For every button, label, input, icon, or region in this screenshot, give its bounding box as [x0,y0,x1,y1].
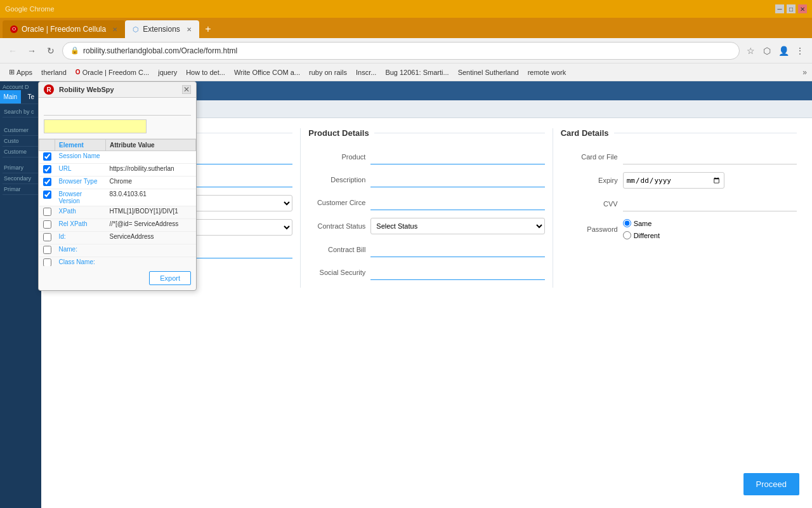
webspy-row-checkbox[interactable] [43,178,51,186]
product-details-title: Product Details [308,128,544,140]
cvv-row: CVV [561,196,797,211]
bookmark-sentinel[interactable]: Sentinel Sutherland [454,67,523,77]
webspy-row-checkbox[interactable] [43,190,51,199]
webspy-col-value: Attribute Value [106,140,196,151]
new-tab-button[interactable]: + [199,20,217,38]
sidebar-customer-section: Customer [3,125,39,136]
webspy-row-element: URL [55,164,106,177]
webspy-highlight-input[interactable] [44,119,147,133]
bookmark-therland[interactable]: therland [37,67,70,77]
bookmark-therland-label: therland [41,69,67,76]
card-details-section: Card Details Card or File Expiry CVV [553,128,804,288]
contract-status-select[interactable]: Select Status [370,218,544,234]
account-icon[interactable]: 👤 [776,44,790,58]
sidebar-custo[interactable]: Custo [3,136,39,147]
card-or-file-input[interactable] [623,149,797,164]
webspy-overlay: R Robility WebSpy ✕ Element Attribute Va… [38,81,197,291]
left-sidebar: Account D Main Te Search by c Customer C… [0,81,41,508]
bookmark-ruby[interactable]: ruby on rails [305,67,351,77]
bookmark-jquery[interactable]: jquery [154,67,181,77]
webspy-table-row: URLhttps://robility.sutherlan [39,164,196,177]
bookmark-sentinel-label: Sentinel Sutherland [458,69,519,76]
webspy-row-checkbox[interactable] [43,152,51,161]
export-button[interactable]: Export [149,271,191,285]
bookmark-bug[interactable]: Bug 12061: Smarti... [381,67,452,77]
star-icon[interactable]: ☆ [743,44,757,58]
description-input[interactable] [370,172,544,187]
close-button[interactable]: ✕ [798,4,807,13]
bookmark-write-office[interactable]: Write Office COM a... [230,67,304,77]
bookmark-write-office-label: Write Office COM a... [234,69,300,76]
tab-oracle-close[interactable]: ✕ [112,26,117,33]
webspy-row-value: HTML[1]/BODY[1]/DIV[1 [106,206,196,219]
sidebar-secondary[interactable]: Secondary [3,173,39,184]
page-content: Account D Main Te Search by c Customer C… [0,81,812,508]
bookmark-howto[interactable]: How to det... [182,67,229,77]
expiry-input[interactable] [623,172,724,189]
cvv-label: CVV [561,200,618,208]
description-row: Description [308,172,544,187]
webspy-row-element: Session Name [55,151,106,164]
webspy-row-checkbox[interactable] [43,233,51,241]
maximize-button[interactable]: □ [787,4,796,13]
webspy-table: Element Attribute Value Session NameURLh… [39,139,196,266]
password-different-option[interactable]: Different [623,231,660,239]
sidebar-custome[interactable]: Custome [3,147,39,157]
reload-button[interactable]: ↻ [43,43,58,58]
back-button[interactable]: ← [5,43,20,58]
webspy-table-row: Session Name [39,151,196,164]
sidebar-tab-main[interactable]: Main [0,90,21,104]
bookmark-apps[interactable]: ⊞ Apps [5,67,36,77]
webspy-row-checkbox[interactable] [43,165,51,173]
customer-circe-input[interactable] [370,195,544,210]
oracle-bm-icon: O [75,69,81,76]
proceed-button[interactable]: Proceed [743,473,799,495]
menu-icon[interactable]: ⋮ [793,44,807,58]
tab-bar: O Oracle | Freedom Cellula ✕ ⬡ Extension… [0,18,812,38]
tab-extensions-close[interactable]: ✕ [187,26,192,33]
webspy-row-checkbox[interactable] [43,208,51,216]
webspy-row-value: ServiceAddress [106,232,196,244]
product-input[interactable] [370,149,544,164]
product-row: Product [308,149,544,164]
webspy-row-element: Rel XPath [55,219,106,232]
bookmark-bug-label: Bug 12061: Smarti... [385,69,449,76]
webspy-row-value: https://robility.sutherlan [106,164,196,177]
password-different-radio[interactable] [623,231,631,239]
social-security-input[interactable] [370,265,544,280]
browser-window: Google Chrome ─ □ ✕ O Oracle | Freedom C… [0,0,812,508]
tab-extensions-favicon: ⬡ [133,25,139,34]
url-bar[interactable]: 🔒 robility.sutherlandglobal.com/Oracle/f… [62,42,740,60]
window-controls: ─ □ ✕ [775,4,807,13]
puzzle-icon[interactable]: ⬡ [760,44,774,58]
tab-oracle[interactable]: O Oracle | Freedom Cellula ✕ [3,20,125,38]
webspy-row-checkbox[interactable] [43,246,51,254]
tab-extensions[interactable]: ⬡ Extensions ✕ [125,20,199,38]
contract-bill-input[interactable] [370,242,544,257]
sidebar-search: Search by c [3,107,39,117]
webspy-close-button[interactable]: ✕ [182,85,191,94]
minimize-button[interactable]: ─ [775,4,784,13]
webspy-row-element: Browser Version [55,189,106,206]
webspy-row-value [106,151,196,164]
cvv-input[interactable] [623,196,797,211]
webspy-text-input[interactable] [44,103,191,116]
webspy-row-value [106,257,196,267]
password-same-radio[interactable] [623,219,631,227]
card-or-file-label: Card or File [561,153,618,161]
password-same-option[interactable]: Same [623,219,660,227]
forward-button[interactable]: → [24,43,39,58]
bookmark-oracle[interactable]: O Oracle | Freedom C... [72,67,153,77]
contract-status-row: Contract Status Select Status [308,218,544,234]
webspy-row-element: Name: [55,244,106,257]
bookmark-remote[interactable]: remote work [524,67,570,77]
webspy-row-checkbox[interactable] [43,220,51,229]
sidebar-primary[interactable]: Primary [3,163,39,173]
bookmark-inscr[interactable]: Inscr... [352,67,380,77]
webspy-table-row: Browser Version83.0.4103.61 [39,189,196,206]
sidebar-primar[interactable]: Primar [3,184,39,195]
webspy-row-checkbox[interactable] [43,258,51,266]
bookmarks-more[interactable]: » [802,68,807,77]
address-bar: ← → ↻ 🔒 robility.sutherlandglobal.com/Or… [0,38,812,64]
webspy-table-row: Browser TypeChrome [39,177,196,189]
